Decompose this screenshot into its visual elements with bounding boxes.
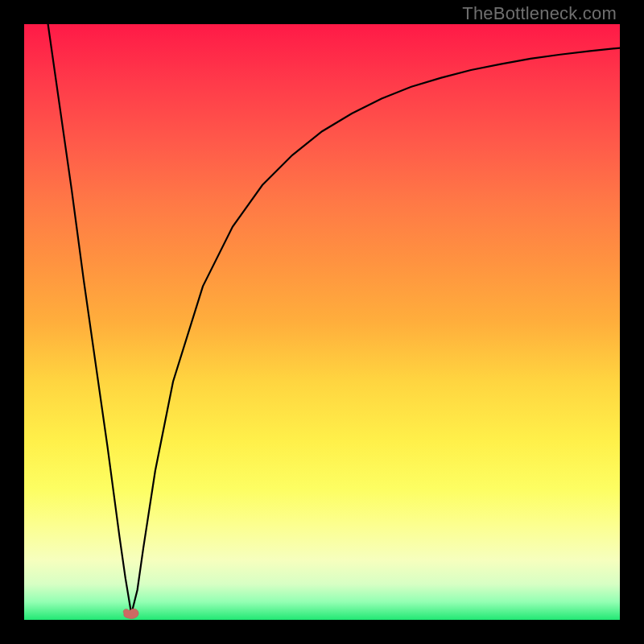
- chart-frame: TheBottleneck.com: [0, 0, 644, 644]
- watermark-text: TheBottleneck.com: [462, 3, 617, 24]
- bottleneck-curve: [48, 24, 620, 614]
- optimal-point-marker: [120, 606, 142, 622]
- plot-area: [24, 24, 620, 620]
- heart-icon: [120, 606, 142, 622]
- curve-layer: [24, 24, 620, 620]
